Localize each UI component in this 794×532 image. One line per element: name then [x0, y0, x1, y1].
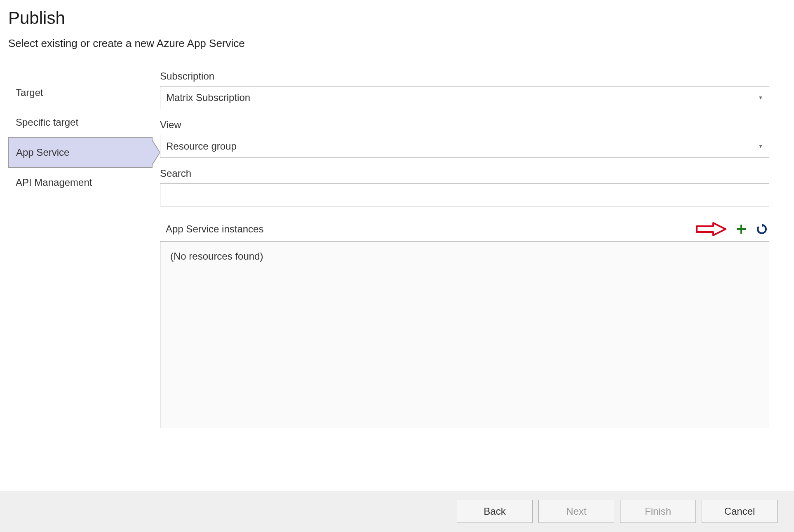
arrow-right-annotation-icon: [696, 222, 726, 236]
subscription-value: Matrix Subscription: [166, 92, 250, 103]
add-instance-button[interactable]: [735, 223, 747, 235]
instances-listbox[interactable]: (No resources found): [160, 241, 769, 428]
page-subtitle: Select existing or create a new Azure Ap…: [8, 37, 786, 50]
search-field-group: Search: [160, 168, 769, 206]
sidebar-item-label: Target: [16, 87, 43, 98]
wizard-steps-sidebar: Target Specific target App Service API M…: [8, 70, 157, 428]
subscription-label: Subscription: [160, 70, 769, 82]
subscription-field-group: Subscription Matrix Subscription ▼: [160, 70, 769, 109]
view-select[interactable]: Resource group ▼: [160, 135, 769, 158]
sidebar-item-app-service[interactable]: App Service: [8, 137, 153, 168]
refresh-button[interactable]: [756, 223, 768, 235]
sidebar-item-specific-target[interactable]: Specific target: [8, 108, 157, 137]
chevron-down-icon: ▼: [758, 95, 763, 101]
sidebar-item-label: Specific target: [16, 117, 78, 128]
view-value: Resource group: [166, 141, 237, 152]
dialog-footer: Back Next Finish Cancel: [0, 491, 794, 532]
instances-actions: [696, 222, 768, 236]
sidebar-item-target[interactable]: Target: [8, 78, 157, 108]
instances-section: App Service instances: [160, 222, 769, 428]
sidebar-item-label: App Service: [16, 147, 69, 158]
view-field-group: View Resource group ▼: [160, 119, 769, 158]
next-button[interactable]: Next: [538, 500, 614, 523]
instances-label: App Service instances: [166, 223, 263, 235]
sidebar-item-api-management[interactable]: API Management: [8, 168, 157, 197]
finish-button[interactable]: Finish: [620, 500, 696, 523]
instances-header: App Service instances: [160, 222, 769, 236]
subscription-select[interactable]: Matrix Subscription ▼: [160, 86, 769, 109]
back-button[interactable]: Back: [457, 500, 533, 523]
instances-empty-text: (No resources found): [170, 251, 263, 262]
form-content: Subscription Matrix Subscription ▼ View …: [157, 70, 786, 428]
main-content: Target Specific target App Service API M…: [0, 70, 794, 428]
search-label: Search: [160, 168, 769, 179]
view-label: View: [160, 119, 769, 131]
page-title: Publish: [8, 8, 786, 28]
sidebar-item-label: API Management: [16, 177, 92, 188]
search-input[interactable]: [160, 183, 769, 206]
chevron-down-icon: ▼: [758, 143, 763, 149]
dialog-header: Publish Select existing or create a new …: [0, 0, 794, 70]
cancel-button[interactable]: Cancel: [702, 500, 778, 523]
